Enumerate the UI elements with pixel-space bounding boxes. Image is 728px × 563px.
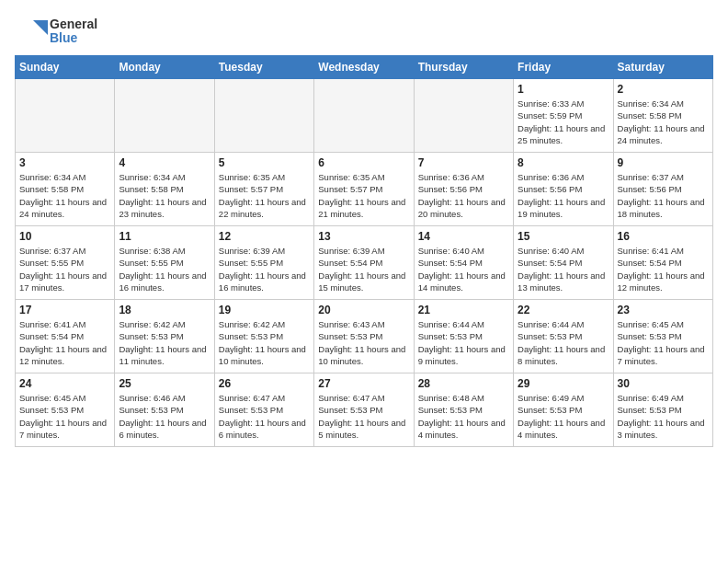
day-number: 25 [119, 377, 210, 390]
day-number: 23 [618, 304, 709, 316]
week-row-1: 1Sunrise: 6:33 AM Sunset: 5:59 PM Daylig… [16, 79, 713, 153]
weekday-header-monday: Monday [115, 56, 214, 79]
day-number: 30 [618, 377, 709, 390]
calendar-cell: 16Sunrise: 6:41 AM Sunset: 5:54 PM Dayli… [613, 226, 712, 300]
day-info: Sunrise: 6:45 AM Sunset: 5:53 PM Dayligh… [19, 392, 110, 441]
calendar-cell: 26Sunrise: 6:47 AM Sunset: 5:53 PM Dayli… [214, 373, 313, 447]
day-info: Sunrise: 6:42 AM Sunset: 5:53 PM Dayligh… [119, 318, 210, 367]
day-info: Sunrise: 6:34 AM Sunset: 5:58 PM Dayligh… [119, 171, 210, 220]
day-number: 6 [318, 156, 409, 169]
day-info: Sunrise: 6:41 AM Sunset: 5:54 PM Dayligh… [19, 318, 110, 367]
day-number: 5 [219, 156, 310, 169]
day-info: Sunrise: 6:38 AM Sunset: 5:55 PM Dayligh… [119, 245, 210, 293]
calendar-cell: 21Sunrise: 6:44 AM Sunset: 5:53 PM Dayli… [414, 300, 513, 373]
week-row-5: 24Sunrise: 6:45 AM Sunset: 5:53 PM Dayli… [16, 373, 713, 447]
calendar-cell [214, 79, 313, 153]
day-number: 24 [19, 377, 110, 390]
day-info: Sunrise: 6:42 AM Sunset: 5:53 PM Dayligh… [219, 318, 310, 367]
day-info: Sunrise: 6:41 AM Sunset: 5:54 PM Dayligh… [618, 245, 709, 293]
day-info: Sunrise: 6:37 AM Sunset: 5:55 PM Dayligh… [19, 245, 110, 293]
calendar-cell: 17Sunrise: 6:41 AM Sunset: 5:54 PM Dayli… [16, 300, 115, 373]
calendar-cell: 20Sunrise: 6:43 AM Sunset: 5:53 PM Dayli… [314, 300, 414, 373]
day-number: 19 [219, 304, 310, 316]
day-number: 22 [518, 304, 609, 316]
day-number: 10 [19, 230, 110, 243]
day-info: Sunrise: 6:40 AM Sunset: 5:54 PM Dayligh… [418, 245, 509, 293]
day-info: Sunrise: 6:44 AM Sunset: 5:53 PM Dayligh… [518, 318, 609, 367]
day-info: Sunrise: 6:37 AM Sunset: 5:56 PM Dayligh… [618, 171, 709, 220]
day-number: 18 [119, 304, 210, 316]
day-info: Sunrise: 6:43 AM Sunset: 5:53 PM Dayligh… [318, 318, 409, 367]
week-row-2: 3Sunrise: 6:34 AM Sunset: 5:58 PM Daylig… [16, 153, 713, 226]
calendar-cell: 29Sunrise: 6:49 AM Sunset: 5:53 PM Dayli… [514, 373, 613, 447]
calendar-cell [314, 79, 414, 153]
calendar-cell: 12Sunrise: 6:39 AM Sunset: 5:55 PM Dayli… [214, 226, 313, 300]
day-info: Sunrise: 6:45 AM Sunset: 5:53 PM Dayligh… [618, 318, 709, 367]
day-info: Sunrise: 6:33 AM Sunset: 5:59 PM Dayligh… [518, 98, 609, 146]
calendar-cell: 10Sunrise: 6:37 AM Sunset: 5:55 PM Dayli… [16, 226, 115, 300]
calendar-cell: 4Sunrise: 6:34 AM Sunset: 5:58 PM Daylig… [115, 153, 214, 226]
calendar-cell: 28Sunrise: 6:48 AM Sunset: 5:53 PM Dayli… [414, 373, 513, 447]
day-number: 26 [219, 377, 310, 390]
week-row-4: 17Sunrise: 6:41 AM Sunset: 5:54 PM Dayli… [16, 300, 713, 373]
calendar-cell: 13Sunrise: 6:39 AM Sunset: 5:54 PM Dayli… [314, 226, 414, 300]
day-number: 12 [219, 230, 310, 243]
day-info: Sunrise: 6:47 AM Sunset: 5:53 PM Dayligh… [318, 392, 409, 441]
calendar-cell: 25Sunrise: 6:46 AM Sunset: 5:53 PM Dayli… [115, 373, 214, 447]
day-info: Sunrise: 6:48 AM Sunset: 5:53 PM Dayligh… [418, 392, 509, 441]
calendar-cell [414, 79, 513, 153]
page-header: GeneralBlue [15, 15, 713, 48]
calendar-cell: 9Sunrise: 6:37 AM Sunset: 5:56 PM Daylig… [613, 153, 712, 226]
calendar-cell [16, 79, 115, 153]
weekday-header-wednesday: Wednesday [314, 56, 414, 79]
day-number: 3 [19, 156, 110, 169]
calendar-cell: 6Sunrise: 6:35 AM Sunset: 5:57 PM Daylig… [314, 153, 414, 226]
day-info: Sunrise: 6:35 AM Sunset: 5:57 PM Dayligh… [219, 171, 310, 220]
calendar-cell: 15Sunrise: 6:40 AM Sunset: 5:54 PM Dayli… [514, 226, 613, 300]
day-info: Sunrise: 6:34 AM Sunset: 5:58 PM Dayligh… [19, 171, 110, 220]
calendar-cell: 11Sunrise: 6:38 AM Sunset: 5:55 PM Dayli… [115, 226, 214, 300]
calendar-cell: 23Sunrise: 6:45 AM Sunset: 5:53 PM Dayli… [613, 300, 712, 373]
day-info: Sunrise: 6:47 AM Sunset: 5:53 PM Dayligh… [219, 392, 310, 441]
day-number: 9 [618, 156, 709, 169]
day-number: 7 [418, 156, 509, 169]
day-info: Sunrise: 6:39 AM Sunset: 5:55 PM Dayligh… [219, 245, 310, 293]
logo-general: General [50, 17, 97, 31]
day-number: 2 [618, 83, 709, 96]
day-number: 20 [318, 304, 409, 316]
calendar-table: SundayMondayTuesdayWednesdayThursdayFrid… [15, 55, 713, 447]
calendar-cell: 3Sunrise: 6:34 AM Sunset: 5:58 PM Daylig… [16, 153, 115, 226]
day-number: 8 [518, 156, 609, 169]
calendar-cell: 22Sunrise: 6:44 AM Sunset: 5:53 PM Dayli… [514, 300, 613, 373]
day-number: 11 [119, 230, 210, 243]
weekday-header-row: SundayMondayTuesdayWednesdayThursdayFrid… [16, 56, 713, 79]
calendar-cell: 7Sunrise: 6:36 AM Sunset: 5:56 PM Daylig… [414, 153, 513, 226]
day-number: 21 [418, 304, 509, 316]
logo-blue: Blue [50, 31, 97, 45]
weekday-header-thursday: Thursday [414, 56, 513, 79]
day-info: Sunrise: 6:34 AM Sunset: 5:58 PM Dayligh… [618, 98, 709, 146]
calendar-cell: 2Sunrise: 6:34 AM Sunset: 5:58 PM Daylig… [613, 79, 712, 153]
weekday-header-friday: Friday [514, 56, 613, 79]
calendar-cell: 19Sunrise: 6:42 AM Sunset: 5:53 PM Dayli… [214, 300, 313, 373]
weekday-header-tuesday: Tuesday [214, 56, 313, 79]
calendar-cell: 30Sunrise: 6:49 AM Sunset: 5:53 PM Dayli… [613, 373, 712, 447]
day-number: 17 [19, 304, 110, 316]
day-number: 14 [418, 230, 509, 243]
day-number: 4 [119, 156, 210, 169]
calendar-cell: 5Sunrise: 6:35 AM Sunset: 5:57 PM Daylig… [214, 153, 313, 226]
calendar-cell: 14Sunrise: 6:40 AM Sunset: 5:54 PM Dayli… [414, 226, 513, 300]
calendar-cell: 1Sunrise: 6:33 AM Sunset: 5:59 PM Daylig… [514, 79, 613, 153]
day-info: Sunrise: 6:44 AM Sunset: 5:53 PM Dayligh… [418, 318, 509, 367]
day-number: 13 [318, 230, 409, 243]
calendar-cell: 18Sunrise: 6:42 AM Sunset: 5:53 PM Dayli… [115, 300, 214, 373]
day-info: Sunrise: 6:49 AM Sunset: 5:53 PM Dayligh… [518, 392, 609, 441]
svg-marker-0 [33, 20, 48, 35]
calendar-cell: 27Sunrise: 6:47 AM Sunset: 5:53 PM Dayli… [314, 373, 414, 447]
day-number: 28 [418, 377, 509, 390]
logo-icon [15, 15, 48, 48]
weekday-header-saturday: Saturday [613, 56, 712, 79]
day-number: 16 [618, 230, 709, 243]
day-number: 1 [518, 83, 609, 96]
day-info: Sunrise: 6:36 AM Sunset: 5:56 PM Dayligh… [418, 171, 509, 220]
